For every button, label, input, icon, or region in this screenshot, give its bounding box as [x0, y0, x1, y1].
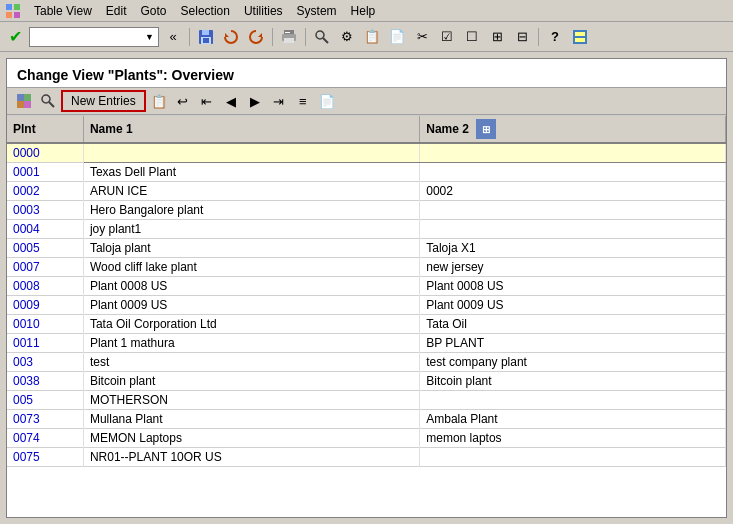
- cell-name1: Plant 1 mathura: [83, 334, 419, 353]
- table-row[interactable]: 0008Plant 0008 USPlant 0008 US: [7, 277, 726, 296]
- delete-btn[interactable]: ✂: [411, 26, 433, 48]
- collapse-btn[interactable]: ⊟: [511, 26, 533, 48]
- svg-rect-18: [575, 38, 585, 42]
- table-row[interactable]: 0005Taloja plantTaloja X1: [7, 239, 726, 258]
- inner-find-btn[interactable]: [37, 90, 59, 112]
- inner-end-btn[interactable]: ⇥: [268, 90, 290, 112]
- table-row[interactable]: 0007Wood cliff lake plantnew jersey: [7, 258, 726, 277]
- cell-name1: NR01--PLANT 10OR US: [83, 448, 419, 467]
- inner-next-btn[interactable]: ▶: [244, 90, 266, 112]
- cell-name2: Tata Oil: [420, 315, 726, 334]
- table-row[interactable]: 0002ARUN ICE0002: [7, 182, 726, 201]
- sep4: [538, 28, 539, 46]
- settings-btn[interactable]: ⚙: [336, 26, 358, 48]
- cell-plnt: 0073: [7, 410, 83, 429]
- menu-items: Table View Edit Goto Selection Utilities…: [28, 2, 381, 20]
- menu-selection[interactable]: Selection: [175, 2, 236, 20]
- table-row[interactable]: 0075NR01--PLANT 10OR US: [7, 448, 726, 467]
- inner-prev-btn[interactable]: ◀: [220, 90, 242, 112]
- cell-plnt: 0004: [7, 220, 83, 239]
- name2-edit-input[interactable]: [426, 146, 719, 160]
- table-row[interactable]: 0011Plant 1 mathuraBP PLANT: [7, 334, 726, 353]
- table-row[interactable]: 0003Hero Bangalore plant: [7, 201, 726, 220]
- svg-rect-21: [17, 101, 24, 108]
- table-row[interactable]: 0001Texas Dell Plant: [7, 163, 726, 182]
- table-row[interactable]: 0009Plant 0009 USPlant 0009 US: [7, 296, 726, 315]
- sep2: [272, 28, 273, 46]
- help-btn[interactable]: ?: [544, 26, 566, 48]
- command-field-arrow[interactable]: ▼: [145, 32, 154, 42]
- cell-name2: Ambala Plant: [420, 410, 726, 429]
- name1-edit-input[interactable]: [90, 146, 413, 160]
- menu-goto[interactable]: Goto: [135, 2, 173, 20]
- cell-name1: MOTHERSON: [83, 391, 419, 410]
- menu-table-view[interactable]: Table View: [28, 2, 98, 20]
- save-btn[interactable]: [195, 26, 217, 48]
- menu-system[interactable]: System: [291, 2, 343, 20]
- command-field[interactable]: ▼: [29, 27, 159, 47]
- table-row[interactable]: 0010Tata Oil Corporation LtdTata Oil: [7, 315, 726, 334]
- paste-btn[interactable]: 📄: [386, 26, 408, 48]
- svg-marker-8: [225, 33, 229, 37]
- cell-name1: Wood cliff lake plant: [83, 258, 419, 277]
- menu-help[interactable]: Help: [345, 2, 382, 20]
- print-btn[interactable]: [278, 26, 300, 48]
- cell-name2[interactable]: [420, 143, 726, 163]
- cell-name2: Plant 0009 US: [420, 296, 726, 315]
- ok-button[interactable]: ✔: [4, 26, 26, 48]
- table-row[interactable]: 003testtest company plant: [7, 353, 726, 372]
- table-row[interactable]: 0074MEMON Laptopsmemon laptos: [7, 429, 726, 448]
- cell-name1: Taloja plant: [83, 239, 419, 258]
- table-row[interactable]: 005MOTHERSON: [7, 391, 726, 410]
- cell-name1[interactable]: [83, 143, 419, 163]
- col-header-name2: Name 2 ⊞: [420, 116, 726, 143]
- menu-edit[interactable]: Edit: [100, 2, 133, 20]
- plants-table-container[interactable]: Plnt Name 1 Name 2 ⊞ 00000001Texas Dell …: [7, 115, 726, 513]
- undo-btn[interactable]: [245, 26, 267, 48]
- plants-table: Plnt Name 1 Name 2 ⊞ 00000001Texas Dell …: [7, 116, 726, 467]
- svg-rect-5: [202, 30, 209, 35]
- cell-name2: [420, 220, 726, 239]
- svg-point-23: [42, 95, 50, 103]
- refresh-btn[interactable]: [220, 26, 242, 48]
- cell-name2: [420, 163, 726, 182]
- table-row[interactable]: 0073Mullana PlantAmbala Plant: [7, 410, 726, 429]
- cell-plnt: 0009: [7, 296, 83, 315]
- cell-name2: [420, 201, 726, 220]
- svg-rect-20: [24, 94, 31, 101]
- table-row[interactable]: 0000: [7, 143, 726, 163]
- menu-utilities[interactable]: Utilities: [238, 2, 289, 20]
- nav-back-btn[interactable]: «: [162, 26, 184, 48]
- new-entries-button[interactable]: New Entries: [61, 90, 146, 112]
- cell-plnt: 0075: [7, 448, 83, 467]
- deselect-btn[interactable]: ☐: [461, 26, 483, 48]
- inner-refresh-btn[interactable]: ↩: [172, 90, 194, 112]
- inner-icon-1[interactable]: [13, 90, 35, 112]
- layout-btn[interactable]: [569, 26, 591, 48]
- cell-name1: ARUN ICE: [83, 182, 419, 201]
- cell-plnt: 0002: [7, 182, 83, 201]
- cell-name2: Taloja X1: [420, 239, 726, 258]
- select-all-btn[interactable]: ☑: [436, 26, 458, 48]
- copy-btn[interactable]: 📋: [361, 26, 383, 48]
- cell-plnt: 0007: [7, 258, 83, 277]
- cell-plnt: 003: [7, 353, 83, 372]
- svg-rect-17: [575, 32, 585, 36]
- inner-layout-btn[interactable]: ≡: [292, 90, 314, 112]
- cell-name1: Texas Dell Plant: [83, 163, 419, 182]
- svg-rect-22: [24, 101, 31, 108]
- svg-rect-3: [14, 12, 20, 18]
- inner-nav-btn[interactable]: ⇤: [196, 90, 218, 112]
- table-row[interactable]: 0004joy plant1: [7, 220, 726, 239]
- column-toggle-icon[interactable]: ⊞: [476, 119, 496, 139]
- main-content: Change View "Plants": Overview New Entri…: [6, 58, 727, 518]
- cell-plnt: 0038: [7, 372, 83, 391]
- inner-copy-btn[interactable]: 📋: [148, 90, 170, 112]
- expand-btn[interactable]: ⊞: [486, 26, 508, 48]
- table-row[interactable]: 0038Bitcoin plantBitcoin plant: [7, 372, 726, 391]
- find-btn[interactable]: [311, 26, 333, 48]
- col-header-name1: Name 1: [83, 116, 419, 143]
- cell-plnt: 0074: [7, 429, 83, 448]
- inner-doc-btn[interactable]: 📄: [316, 90, 338, 112]
- cell-plnt: 0001: [7, 163, 83, 182]
